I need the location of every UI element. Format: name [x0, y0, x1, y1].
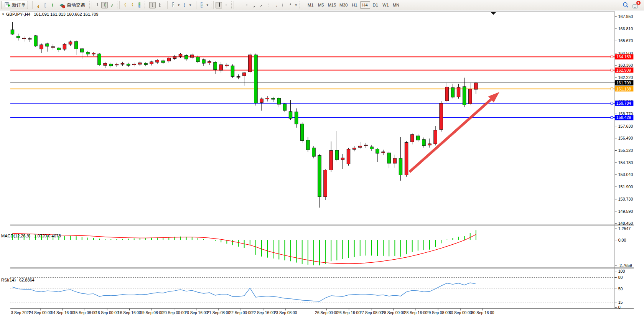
candle [40, 45, 43, 49]
fibonacci-icon[interactable]: F [265, 2, 272, 8]
vertical-line-icon[interactable] [236, 2, 242, 8]
time-label[interactable]: 26 Sep 00:00 [315, 311, 338, 315]
price-tick-label: 167.950 [618, 14, 633, 19]
time-label[interactable]: 27 Sep 08:00 [360, 311, 383, 315]
zoom-in-icon[interactable] [122, 2, 128, 8]
time-label[interactable]: 21 Sep 08:00 [207, 311, 231, 315]
time-label[interactable]: 23 Sep 08:00 [274, 311, 297, 315]
symbol-dropdown-icon[interactable]: ▼ [2, 13, 5, 16]
timeframe-button-h4[interactable]: H4 [360, 1, 370, 9]
timeframe-button-h1[interactable]: H1 [350, 1, 360, 9]
time-label[interactable]: 20 Sep 00:00 [162, 311, 186, 315]
signal-icon[interactable] [49, 2, 56, 8]
candle [416, 136, 420, 140]
bar-chart-icon[interactable] [94, 2, 100, 8]
auto-scroll-icon[interactable] [149, 2, 156, 8]
timeframe-button-m5[interactable]: M5 [316, 1, 326, 9]
candle [457, 87, 460, 97]
price-line-anchor[interactable] [611, 56, 613, 58]
time-label[interactable]: 26 Sep 16:00 [337, 311, 361, 315]
tile-windows-icon[interactable] [136, 2, 143, 8]
candle [434, 130, 437, 144]
search-icon[interactable] [622, 2, 629, 8]
indicators-icon[interactable] [170, 2, 176, 8]
time-label[interactable]: 19 Sep 08:00 [140, 311, 163, 315]
price-line-anchor[interactable] [611, 117, 613, 119]
time-label[interactable]: 16 Sep 00:00 [96, 311, 119, 315]
new-order-button[interactable]: 新订单 [2, 1, 28, 9]
timeframe-button-w1[interactable]: W1 [381, 1, 391, 9]
price-line-anchor[interactable] [611, 102, 613, 104]
candle [237, 77, 240, 77]
alerts-icon[interactable] [35, 2, 41, 8]
chart-canvas[interactable]: ▼ GBPJPY-,H4 161.091 161.813 160.662 161… [0, 10, 644, 326]
text-label-icon[interactable]: T [280, 2, 286, 8]
arrows-dropdown-caret[interactable]: ▼ [295, 3, 298, 7]
trendline-icon[interactable] [250, 2, 257, 8]
candle [109, 64, 113, 66]
symbol-period-label: GBPJPY-,H4 [6, 12, 30, 16]
price-line-anchor[interactable] [611, 69, 613, 71]
time-label[interactable]: 14 Sep 16:00 [51, 311, 74, 315]
text-icon[interactable]: A [272, 2, 279, 8]
time-label[interactable]: 28 Sep 00:00 [382, 311, 405, 315]
timeframe-button-m1[interactable]: M1 [306, 1, 316, 9]
candle [260, 99, 264, 103]
candle [306, 140, 310, 150]
periods-icon[interactable] [181, 2, 188, 8]
auto-trading-label: 自动交易 [67, 2, 85, 8]
crosshair-icon[interactable] [223, 2, 229, 8]
candle [295, 112, 298, 124]
template-icon[interactable] [198, 2, 205, 8]
time-label[interactable]: 22 Sep 16:00 [252, 311, 275, 315]
line-chart-icon[interactable] [109, 2, 115, 8]
notifications-icon[interactable]: 1 [632, 2, 640, 8]
timeframe-button-m30[interactable]: M30 [338, 1, 349, 9]
auto-trading-icon [59, 2, 65, 8]
candle [115, 64, 119, 65]
price-line-badge-label: 161.709 [616, 81, 631, 85]
time-label[interactable]: 14 Sep 00:00 [29, 311, 52, 315]
price-line-anchor[interactable] [611, 88, 613, 90]
expert-advisor-icon[interactable] [42, 2, 48, 8]
toolbar-separator [145, 1, 147, 9]
time-label[interactable]: 20 Sep 16:00 [185, 311, 208, 315]
candle [463, 87, 466, 105]
trend-arrow-line[interactable] [410, 99, 491, 172]
chart-shift-icon[interactable] [156, 2, 163, 8]
toolbar: 新订单 自动交易 [0, 0, 644, 10]
timeframe-button-mn[interactable]: MN [391, 1, 401, 9]
template-dropdown-caret[interactable]: ▼ [206, 3, 209, 7]
time-label[interactable]: 3 Sep 2022 [11, 311, 31, 315]
candle [277, 98, 281, 104]
time-label[interactable]: 29 Sep 08:00 [427, 311, 450, 315]
time-label[interactable]: 16 Sep 16:00 [118, 311, 141, 315]
time-label[interactable]: 30 Sep 16:00 [471, 311, 494, 315]
time-label[interactable]: 22 Sep 00:00 [229, 311, 253, 315]
candle [161, 61, 165, 63]
horizontal-line-icon[interactable] [243, 2, 250, 8]
channel-icon[interactable]: E [258, 2, 264, 8]
price-tick-label: 150.730 [618, 197, 633, 201]
candlestick-icon[interactable] [101, 2, 108, 8]
candle [184, 55, 188, 59]
zoom-out-icon[interactable] [129, 2, 135, 8]
candle [289, 112, 292, 119]
auto-trading-button[interactable]: 自动交易 [56, 1, 87, 9]
macd-name: MACD(12,26,9) [1, 234, 30, 238]
timeframe-button-m15[interactable]: M15 [326, 1, 338, 9]
cursor-icon[interactable] [216, 2, 222, 8]
latest-bar-marker [491, 12, 496, 15]
chart-svg[interactable]: 167.950166.810165.670164.500163.360162.2… [0, 10, 644, 326]
candle [202, 59, 206, 63]
timeframe-button-d1[interactable]: D1 [371, 1, 380, 9]
rsi-indicator-label: RSI(14) 62.8864 [1, 278, 35, 282]
time-label[interactable]: 28 Sep 16:00 [404, 311, 428, 315]
macd-tick-label: -2.7659 [618, 263, 632, 268]
indicators-dropdown-caret[interactable]: ▼ [177, 3, 180, 7]
arrows-icon[interactable] [287, 2, 293, 8]
toolbar-separator [89, 1, 92, 9]
time-label[interactable]: 30 Sep 00:00 [449, 311, 472, 315]
time-label[interactable]: 15 Sep 08:00 [73, 311, 97, 315]
periods-dropdown-caret[interactable]: ▼ [189, 3, 192, 7]
